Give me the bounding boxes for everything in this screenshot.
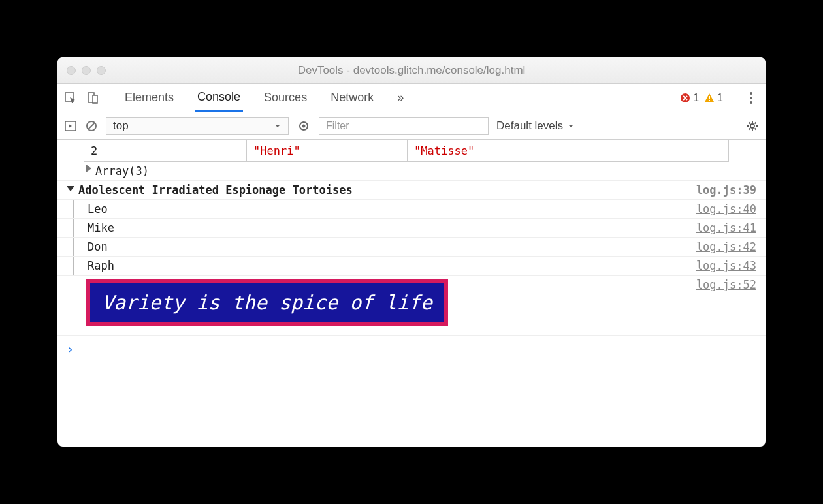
divider [734,118,734,134]
svg-line-8 [88,123,95,129]
toggle-sidebar-icon[interactable] [64,119,77,133]
collapse-triangle-icon[interactable] [67,186,74,191]
divider [735,89,735,106]
console-group-header[interactable]: Adolescent Irradiated Espionage Tortoise… [57,181,766,200]
chevron-down-icon [567,122,575,130]
clear-console-icon[interactable] [85,119,98,133]
console-toolbar: top Default levels [57,112,766,140]
array-summary-line[interactable]: Array(3) [57,162,766,181]
zoom-window-button[interactable] [97,66,106,75]
log-text: Mike [88,221,114,234]
svg-point-11 [750,124,754,128]
console-settings-icon[interactable] [746,119,759,133]
chevron-down-icon [274,122,282,130]
log-text: Leo [88,202,108,215]
tab-network[interactable]: Network [328,84,376,112]
tab-console[interactable]: Console [195,84,243,112]
styled-log-text: Variety is the spice of life [86,279,448,326]
source-link[interactable]: log.js:41 [696,221,759,234]
log-text: Don [88,240,108,253]
warning-count-value: 1 [717,92,723,104]
source-link[interactable]: log.js:42 [696,240,759,253]
svg-rect-5 [709,100,710,101]
source-link[interactable]: log.js:40 [696,202,759,215]
table-cell-first: "Henri" [247,140,408,162]
table-cell-empty [568,140,729,162]
live-expression-icon[interactable] [297,119,311,133]
divider [114,89,114,106]
styled-log-line: Variety is the spice of life log.js:52 [57,276,766,336]
tab-elements[interactable]: Elements [122,84,176,112]
svg-line-19 [749,128,750,129]
warning-count[interactable]: 1 [704,92,723,104]
table-cell-index: 2 [84,140,247,162]
window-titlebar: DevTools - devtools.glitch.me/console/lo… [57,57,766,84]
svg-rect-4 [709,96,710,99]
console-log-line: Raph log.js:43 [57,257,766,276]
array-summary-text: Array(3) [95,165,149,178]
devtools-window: DevTools - devtools.glitch.me/console/lo… [57,57,766,447]
source-link[interactable]: log.js:39 [696,183,759,197]
panel-tabs: Elements Console Sources Network » [122,84,406,112]
log-levels-select[interactable]: Default levels [496,119,575,133]
source-link[interactable]: log.js:52 [696,278,759,327]
source-link[interactable]: log.js:43 [696,259,759,272]
svg-point-10 [302,124,306,127]
error-icon [680,93,690,103]
filter-input[interactable] [319,117,489,135]
window-title: DevTools - devtools.glitch.me/console/lo… [298,64,526,77]
minimize-window-button[interactable] [82,66,91,75]
console-log-line: Leo log.js:40 [57,200,766,219]
svg-line-17 [755,128,756,129]
tab-sources[interactable]: Sources [261,84,310,112]
expand-triangle-icon[interactable] [86,165,91,172]
console-prompt[interactable]: › [57,336,766,362]
context-value: top [113,119,129,133]
svg-line-18 [755,122,756,123]
close-window-button[interactable] [67,66,76,75]
levels-label: Default levels [496,119,563,133]
group-title: Adolescent Irradiated Espionage Tortoise… [78,183,353,197]
table-cell-last: "Matisse" [408,140,568,162]
toggle-device-toolbar-icon[interactable] [86,91,99,104]
tab-more[interactable]: » [395,84,406,112]
kebab-menu-icon[interactable] [743,92,759,104]
traffic-lights [67,66,106,75]
console-table-row: 2 "Henri" "Matisse" [84,140,766,162]
console-log-line: Mike log.js:41 [57,219,766,238]
error-count[interactable]: 1 [680,92,699,104]
execution-context-select[interactable]: top [106,117,289,135]
svg-line-16 [749,122,750,123]
error-count-value: 1 [693,92,699,104]
console-log-line: Don log.js:42 [57,238,766,257]
inspect-element-icon[interactable] [64,91,77,104]
warning-icon [704,93,715,103]
devtools-tabbar: Elements Console Sources Network » 1 1 [57,84,766,112]
prompt-chevron-icon: › [67,342,74,356]
console-output: 2 "Henri" "Matisse" Array(3) Adolescent … [57,140,766,447]
svg-rect-2 [93,95,97,103]
log-text: Raph [88,259,114,272]
